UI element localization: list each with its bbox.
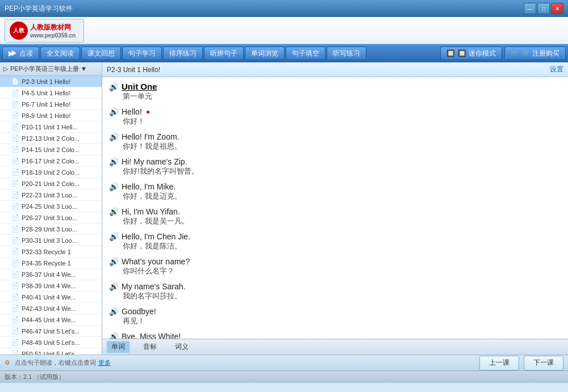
sidebar-item-1[interactable]: 📄 P4-5 Unit 1 Hello! xyxy=(0,87,102,99)
eng-text-8: My name's Sarah. xyxy=(122,282,185,291)
breadcrumb: P2-3 Unit 1 Hello! xyxy=(107,66,160,74)
sidebar-item-3[interactable]: 📄 P8-9 Unit 1 Hello! xyxy=(0,110,102,121)
speaker-btn-9[interactable]: 🔊 xyxy=(109,307,118,316)
minimize-button[interactable]: — xyxy=(524,3,536,14)
doc-icon-19: 📄 xyxy=(11,293,19,301)
english-line-3[interactable]: 🔊 Hi! My name's Zip. xyxy=(109,157,561,166)
app-title: PEP小学英语学习软件 xyxy=(5,4,524,14)
tab-phonetic[interactable]: 音标 xyxy=(139,341,161,353)
nav-fulltext[interactable]: 全文阅读 xyxy=(40,47,80,60)
nav-sentence[interactable]: 句子学习 xyxy=(122,47,162,60)
next-lesson-button[interactable]: 下一课 xyxy=(524,356,563,370)
sidebar-item-7[interactable]: 📄 P16-17 Unit 2 Colo... xyxy=(0,155,102,167)
doc-icon-14: 📄 xyxy=(11,237,19,244)
nav-fill[interactable]: 句子填空 xyxy=(286,47,325,60)
sentence-row-8: 🔊 My name's Sarah. 我的名字叫莎拉。 xyxy=(109,282,561,305)
english-line-9[interactable]: 🔊 Goodbye! xyxy=(109,307,561,316)
sidebar-item-label-0: P2-3 Unit 1 Hello! xyxy=(22,78,70,85)
english-line-0[interactable]: 🔊 Unit One xyxy=(109,82,561,91)
doc-icon-0: 📄 xyxy=(11,78,19,85)
sidebar-item-2[interactable]: 📄 P6-7 Unit 1 Hello! xyxy=(0,99,102,110)
nav-listen[interactable]: ▶ ▶ 点读 xyxy=(2,47,39,60)
nav-dictation[interactable]: 听写练习 xyxy=(327,47,366,60)
sidebar-item-6[interactable]: 📄 P14-15 Unit 2 Colo... xyxy=(0,144,102,155)
speaker-btn-0[interactable]: 🔊 xyxy=(109,82,118,91)
sidebar-item-4[interactable]: 📄 P10-11 Unit 1 Hell... xyxy=(0,121,102,133)
sidebar-item-label-22: P46-47 Unit 5 Let's... xyxy=(22,328,80,335)
doc-icon-20: 📄 xyxy=(11,305,19,312)
speaker-btn-2[interactable]: 🔊 xyxy=(109,132,118,141)
speaker-btn-6[interactable]: 🔊 xyxy=(109,232,118,241)
maximize-button[interactable]: □ xyxy=(537,3,550,14)
english-line-5[interactable]: 🔊 Hi, I'm Wu Yifan. xyxy=(109,207,561,216)
sidebar-item-0[interactable]: 📄 P2-3 Unit 1 Hello! xyxy=(0,76,102,87)
close-button[interactable]: ✕ xyxy=(551,3,563,14)
sidebar-item-21[interactable]: 📄 P44-45 Unit 4 We... xyxy=(0,314,102,326)
sidebar-item-19[interactable]: 📄 P40-41 Unit 4 We... xyxy=(0,292,102,303)
speaker-btn-10[interactable]: 🔊 xyxy=(109,332,118,339)
speaker-btn-8[interactable]: 🔊 xyxy=(109,282,118,291)
speaker-btn-5[interactable]: 🔊 xyxy=(109,207,118,216)
chinese-line-7: 你叫什么名字？ xyxy=(109,266,561,276)
more-link[interactable]: 更多 xyxy=(98,359,111,367)
speaker-btn-1[interactable]: 🔊 xyxy=(109,107,118,116)
sidebar-item-9[interactable]: 📄 P20-21 Unit 2 Colo... xyxy=(0,178,102,189)
nav-sentence-label: 句子学习 xyxy=(128,49,156,58)
english-line-6[interactable]: 🔊 Hello, I'm Chen Jie. xyxy=(109,232,561,241)
sidebar-item-label-3: P8-9 Unit 1 Hello! xyxy=(22,112,70,119)
sidebar-item-12[interactable]: 📄 P26-27 Unit 3 Loo... xyxy=(0,212,102,224)
sidebar-item-label-24: P50-51 Unit 5 Let's... xyxy=(22,351,80,355)
sidebar-item-13[interactable]: 📄 P28-29 Unit 3 Loo... xyxy=(0,224,102,235)
sentence-row-4: 🔊 Hello, I'm Mike. 你好，我是迈克。 xyxy=(109,182,561,205)
doc-icon-16: 📄 xyxy=(11,259,19,267)
sentence-row-10: 🔊 Bye, Miss White! 再见，怀特小姐！ xyxy=(109,332,561,339)
doc-icon-3: 📄 xyxy=(11,112,19,119)
nav-mini[interactable]: 🔲 🔲 迷你模式 xyxy=(440,47,502,60)
nav-vocab[interactable]: 单词浏览 xyxy=(245,47,285,60)
sidebar-item-15[interactable]: 📄 P32-33 Recycle 1 xyxy=(0,246,102,258)
sidebar-item-14[interactable]: 📄 P30-31 Unit 3 Loo... xyxy=(0,235,102,246)
chinese-line-0: 第一单元 xyxy=(109,91,561,102)
english-line-8[interactable]: 🔊 My name's Sarah. xyxy=(109,282,561,291)
speaker-btn-7[interactable]: 🔊 xyxy=(109,257,118,266)
sidebar-item-23[interactable]: 📄 P48-49 Unit 5 Let's... xyxy=(0,337,102,348)
nav-order[interactable]: 排序练习 xyxy=(163,47,203,60)
settings-link[interactable]: 设置 xyxy=(550,65,563,74)
sidebar-item-8[interactable]: 📄 P18-19 Unit 2 Colo... xyxy=(0,167,102,178)
sidebar-item-label-10: P22-23 Unit 3 Loo... xyxy=(22,192,77,199)
sidebar-item-label-19: P40-41 Unit 4 We... xyxy=(22,294,76,301)
english-line-10[interactable]: 🔊 Bye, Miss White! xyxy=(109,332,561,339)
sidebar-item-11[interactable]: 📄 P24-25 Unit 3 Loo... xyxy=(0,201,102,212)
main-area: ▷ PEP小学英语三年级上册 ▼ 📄 P2-3 Unit 1 Hello! 📄 … xyxy=(0,62,568,355)
nav-review[interactable]: 课文回想 xyxy=(81,47,121,60)
english-line-7[interactable]: 🔊 What's your name? xyxy=(109,257,561,266)
prev-lesson-button[interactable]: 上一课 xyxy=(479,356,519,370)
tab-vocab[interactable]: 单词 xyxy=(107,341,130,353)
speaker-btn-4[interactable]: 🔊 xyxy=(109,182,118,191)
english-line-4[interactable]: 🔊 Hello, I'm Mike. xyxy=(109,182,561,191)
doc-icon-2: 📄 xyxy=(11,100,19,108)
logo-icon: 人教 xyxy=(10,22,28,40)
nav-listen-sentence[interactable]: 听辨句子 xyxy=(204,47,244,60)
sidebar-item-24[interactable]: 📄 P50-51 Unit 5 Let's... xyxy=(0,348,102,355)
sidebar-item-22[interactable]: 📄 P46-47 Unit 5 Let's... xyxy=(0,326,102,337)
version-bar: 版本：2.1 （试用版） xyxy=(0,370,568,383)
sidebar-item-label-9: P20-21 Unit 2 Colo... xyxy=(22,180,80,187)
sidebar-item-10[interactable]: 📄 P22-23 Unit 3 Loo... xyxy=(0,189,102,201)
sidebar-item-20[interactable]: 📄 P42-43 Unit 4 We... xyxy=(0,303,102,314)
english-line-2[interactable]: 🔊 Hello! I'm Zoom. xyxy=(109,132,561,141)
sidebar-item-16[interactable]: 📄 P34-35 Recycle 1 xyxy=(0,258,102,269)
sidebar-header[interactable]: ▷ PEP小学英语三年级上册 ▼ xyxy=(0,62,102,76)
chinese-line-9: 再见！ xyxy=(109,316,561,326)
window-controls: — □ ✕ xyxy=(524,3,563,14)
sidebar-item-17[interactable]: 📄 P36-37 Unit 4 We... xyxy=(0,269,102,280)
english-line-1[interactable]: 🔊 Hello! xyxy=(109,107,561,116)
nav-order-label: 排序练习 xyxy=(169,49,197,58)
speaker-btn-3[interactable]: 🔊 xyxy=(109,157,118,166)
sidebar-item-label-15: P32-33 Recycle 1 xyxy=(22,248,71,255)
nav-dictation-label: 听写练习 xyxy=(333,49,360,58)
nav-buy[interactable]: 🛒 🛒 注册购买 xyxy=(504,47,566,60)
sidebar-item-18[interactable]: 📄 P38-39 Unit 4 We... xyxy=(0,280,102,292)
sidebar-item-5[interactable]: 📄 P12-13 Unit 2 Colo... xyxy=(0,133,102,144)
tab-meaning[interactable]: 词义 xyxy=(170,341,193,353)
